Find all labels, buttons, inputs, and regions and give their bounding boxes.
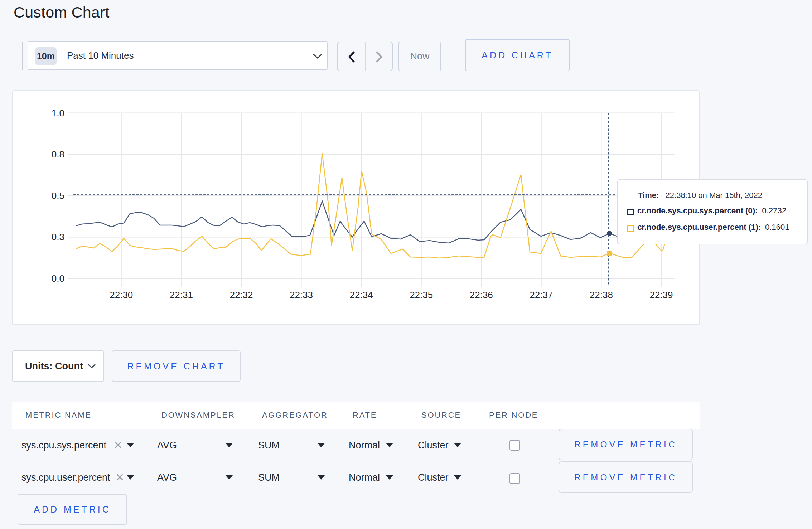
svg-text:22:37: 22:37: [530, 290, 553, 300]
svg-text:22:35: 22:35: [410, 290, 433, 300]
svg-text:22:39: 22:39: [649, 290, 673, 300]
svg-text:0.5: 0.5: [52, 190, 64, 201]
svg-text:22:34: 22:34: [350, 290, 373, 300]
svg-text:22:31: 22:31: [170, 290, 193, 300]
svg-text:22:32: 22:32: [229, 290, 253, 300]
svg-text:22:38: 22:38: [590, 290, 613, 300]
svg-text:0.0: 0.0: [52, 273, 64, 284]
svg-text:0.3: 0.3: [52, 232, 64, 242]
svg-text:22:30: 22:30: [110, 290, 133, 300]
svg-text:22:36: 22:36: [470, 290, 493, 300]
svg-text:0.8: 0.8: [52, 149, 64, 160]
svg-text:22:33: 22:33: [290, 290, 313, 300]
svg-text:1.0: 1.0: [52, 108, 64, 118]
